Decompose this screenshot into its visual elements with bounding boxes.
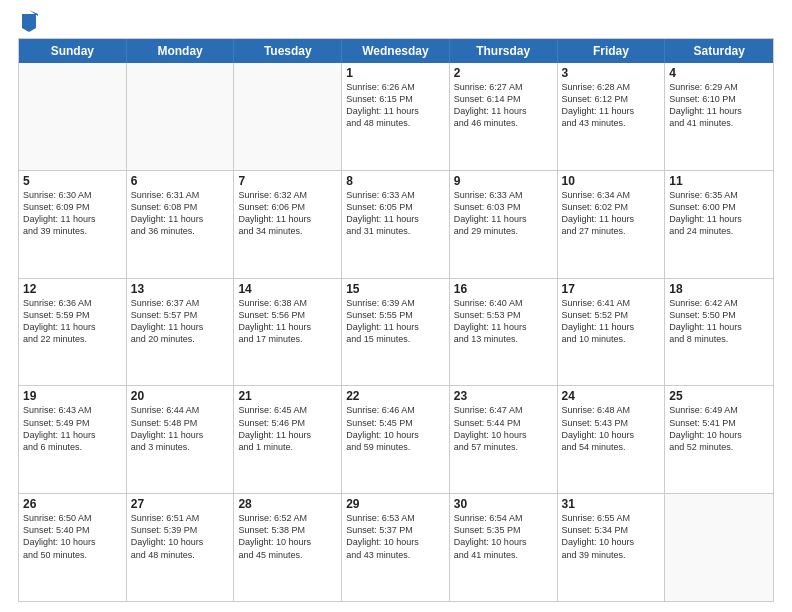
calendar-row-0: 1Sunrise: 6:26 AM Sunset: 6:15 PM Daylig… (19, 63, 773, 171)
day-number: 4 (669, 66, 769, 80)
calendar-row-3: 19Sunrise: 6:43 AM Sunset: 5:49 PM Dayli… (19, 386, 773, 494)
day-info: Sunrise: 6:33 AM Sunset: 6:05 PM Dayligh… (346, 189, 445, 238)
day-number: 28 (238, 497, 337, 511)
header-cell-saturday: Saturday (665, 39, 773, 63)
header-cell-sunday: Sunday (19, 39, 127, 63)
day-cell-14: 14Sunrise: 6:38 AM Sunset: 5:56 PM Dayli… (234, 279, 342, 386)
day-number: 25 (669, 389, 769, 403)
svg-marker-0 (22, 14, 36, 32)
day-number: 22 (346, 389, 445, 403)
day-number: 2 (454, 66, 553, 80)
day-number: 12 (23, 282, 122, 296)
empty-cell (665, 494, 773, 601)
day-cell-22: 22Sunrise: 6:46 AM Sunset: 5:45 PM Dayli… (342, 386, 450, 493)
day-info: Sunrise: 6:49 AM Sunset: 5:41 PM Dayligh… (669, 404, 769, 453)
day-cell-9: 9Sunrise: 6:33 AM Sunset: 6:03 PM Daylig… (450, 171, 558, 278)
day-cell-26: 26Sunrise: 6:50 AM Sunset: 5:40 PM Dayli… (19, 494, 127, 601)
day-number: 10 (562, 174, 661, 188)
day-number: 6 (131, 174, 230, 188)
day-number: 26 (23, 497, 122, 511)
day-info: Sunrise: 6:32 AM Sunset: 6:06 PM Dayligh… (238, 189, 337, 238)
day-number: 17 (562, 282, 661, 296)
empty-cell (234, 63, 342, 170)
day-cell-20: 20Sunrise: 6:44 AM Sunset: 5:48 PM Dayli… (127, 386, 235, 493)
day-number: 19 (23, 389, 122, 403)
day-cell-4: 4Sunrise: 6:29 AM Sunset: 6:10 PM Daylig… (665, 63, 773, 170)
day-info: Sunrise: 6:29 AM Sunset: 6:10 PM Dayligh… (669, 81, 769, 130)
page-header (18, 10, 774, 32)
day-info: Sunrise: 6:50 AM Sunset: 5:40 PM Dayligh… (23, 512, 122, 561)
day-info: Sunrise: 6:33 AM Sunset: 6:03 PM Dayligh… (454, 189, 553, 238)
day-info: Sunrise: 6:45 AM Sunset: 5:46 PM Dayligh… (238, 404, 337, 453)
day-info: Sunrise: 6:51 AM Sunset: 5:39 PM Dayligh… (131, 512, 230, 561)
logo-icon (20, 10, 38, 32)
day-number: 14 (238, 282, 337, 296)
day-cell-21: 21Sunrise: 6:45 AM Sunset: 5:46 PM Dayli… (234, 386, 342, 493)
day-info: Sunrise: 6:27 AM Sunset: 6:14 PM Dayligh… (454, 81, 553, 130)
day-cell-6: 6Sunrise: 6:31 AM Sunset: 6:08 PM Daylig… (127, 171, 235, 278)
logo (18, 14, 38, 32)
day-info: Sunrise: 6:34 AM Sunset: 6:02 PM Dayligh… (562, 189, 661, 238)
header-cell-friday: Friday (558, 39, 666, 63)
day-info: Sunrise: 6:36 AM Sunset: 5:59 PM Dayligh… (23, 297, 122, 346)
header-cell-thursday: Thursday (450, 39, 558, 63)
header-cell-wednesday: Wednesday (342, 39, 450, 63)
day-info: Sunrise: 6:43 AM Sunset: 5:49 PM Dayligh… (23, 404, 122, 453)
day-info: Sunrise: 6:55 AM Sunset: 5:34 PM Dayligh… (562, 512, 661, 561)
day-number: 30 (454, 497, 553, 511)
header-cell-monday: Monday (127, 39, 235, 63)
calendar: SundayMondayTuesdayWednesdayThursdayFrid… (18, 38, 774, 602)
day-number: 13 (131, 282, 230, 296)
day-cell-30: 30Sunrise: 6:54 AM Sunset: 5:35 PM Dayli… (450, 494, 558, 601)
day-info: Sunrise: 6:46 AM Sunset: 5:45 PM Dayligh… (346, 404, 445, 453)
day-cell-13: 13Sunrise: 6:37 AM Sunset: 5:57 PM Dayli… (127, 279, 235, 386)
day-info: Sunrise: 6:40 AM Sunset: 5:53 PM Dayligh… (454, 297, 553, 346)
day-info: Sunrise: 6:39 AM Sunset: 5:55 PM Dayligh… (346, 297, 445, 346)
day-cell-12: 12Sunrise: 6:36 AM Sunset: 5:59 PM Dayli… (19, 279, 127, 386)
day-cell-10: 10Sunrise: 6:34 AM Sunset: 6:02 PM Dayli… (558, 171, 666, 278)
day-info: Sunrise: 6:41 AM Sunset: 5:52 PM Dayligh… (562, 297, 661, 346)
day-info: Sunrise: 6:47 AM Sunset: 5:44 PM Dayligh… (454, 404, 553, 453)
calendar-row-2: 12Sunrise: 6:36 AM Sunset: 5:59 PM Dayli… (19, 279, 773, 387)
day-number: 9 (454, 174, 553, 188)
day-cell-3: 3Sunrise: 6:28 AM Sunset: 6:12 PM Daylig… (558, 63, 666, 170)
day-cell-2: 2Sunrise: 6:27 AM Sunset: 6:14 PM Daylig… (450, 63, 558, 170)
day-info: Sunrise: 6:30 AM Sunset: 6:09 PM Dayligh… (23, 189, 122, 238)
day-cell-29: 29Sunrise: 6:53 AM Sunset: 5:37 PM Dayli… (342, 494, 450, 601)
day-cell-5: 5Sunrise: 6:30 AM Sunset: 6:09 PM Daylig… (19, 171, 127, 278)
empty-cell (127, 63, 235, 170)
day-number: 15 (346, 282, 445, 296)
day-cell-17: 17Sunrise: 6:41 AM Sunset: 5:52 PM Dayli… (558, 279, 666, 386)
day-info: Sunrise: 6:31 AM Sunset: 6:08 PM Dayligh… (131, 189, 230, 238)
empty-cell (19, 63, 127, 170)
header-cell-tuesday: Tuesday (234, 39, 342, 63)
day-info: Sunrise: 6:38 AM Sunset: 5:56 PM Dayligh… (238, 297, 337, 346)
day-number: 31 (562, 497, 661, 511)
day-number: 20 (131, 389, 230, 403)
day-info: Sunrise: 6:42 AM Sunset: 5:50 PM Dayligh… (669, 297, 769, 346)
day-number: 7 (238, 174, 337, 188)
calendar-body: 1Sunrise: 6:26 AM Sunset: 6:15 PM Daylig… (19, 63, 773, 601)
day-number: 24 (562, 389, 661, 403)
day-number: 11 (669, 174, 769, 188)
day-cell-7: 7Sunrise: 6:32 AM Sunset: 6:06 PM Daylig… (234, 171, 342, 278)
calendar-row-1: 5Sunrise: 6:30 AM Sunset: 6:09 PM Daylig… (19, 171, 773, 279)
day-number: 16 (454, 282, 553, 296)
day-number: 29 (346, 497, 445, 511)
day-info: Sunrise: 6:54 AM Sunset: 5:35 PM Dayligh… (454, 512, 553, 561)
day-number: 23 (454, 389, 553, 403)
day-cell-1: 1Sunrise: 6:26 AM Sunset: 6:15 PM Daylig… (342, 63, 450, 170)
day-cell-16: 16Sunrise: 6:40 AM Sunset: 5:53 PM Dayli… (450, 279, 558, 386)
day-number: 21 (238, 389, 337, 403)
day-info: Sunrise: 6:35 AM Sunset: 6:00 PM Dayligh… (669, 189, 769, 238)
day-cell-15: 15Sunrise: 6:39 AM Sunset: 5:55 PM Dayli… (342, 279, 450, 386)
calendar-row-4: 26Sunrise: 6:50 AM Sunset: 5:40 PM Dayli… (19, 494, 773, 601)
day-cell-11: 11Sunrise: 6:35 AM Sunset: 6:00 PM Dayli… (665, 171, 773, 278)
day-info: Sunrise: 6:26 AM Sunset: 6:15 PM Dayligh… (346, 81, 445, 130)
day-number: 1 (346, 66, 445, 80)
day-info: Sunrise: 6:52 AM Sunset: 5:38 PM Dayligh… (238, 512, 337, 561)
day-cell-19: 19Sunrise: 6:43 AM Sunset: 5:49 PM Dayli… (19, 386, 127, 493)
day-cell-28: 28Sunrise: 6:52 AM Sunset: 5:38 PM Dayli… (234, 494, 342, 601)
day-info: Sunrise: 6:53 AM Sunset: 5:37 PM Dayligh… (346, 512, 445, 561)
day-number: 3 (562, 66, 661, 80)
